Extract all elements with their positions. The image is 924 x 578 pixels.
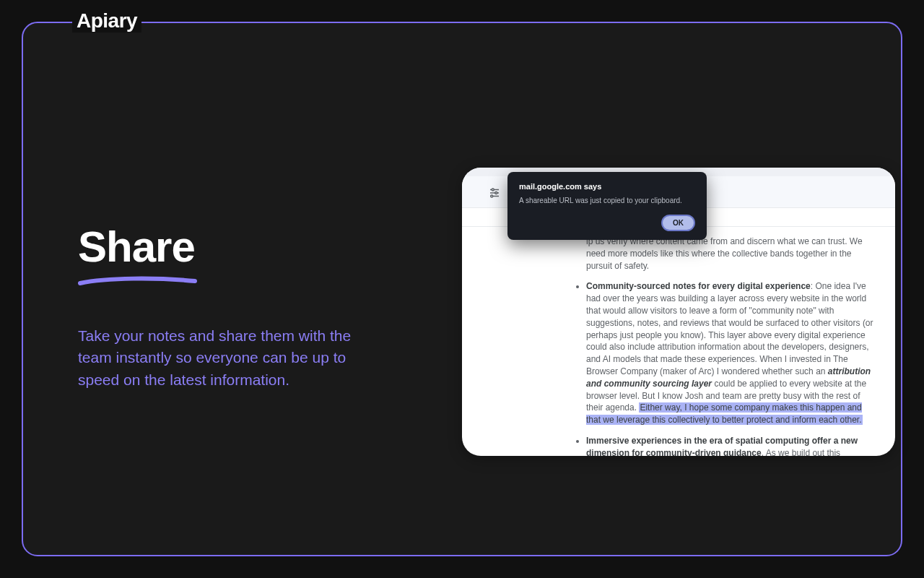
sliders-icon xyxy=(488,186,501,199)
ok-button[interactable]: OK xyxy=(661,215,695,231)
brand-logo: Apiary xyxy=(72,9,141,33)
email-body: lp us verify where content came from and… xyxy=(462,227,895,456)
email-list-item: Community-sourced notes for every digita… xyxy=(586,280,878,426)
gmail-screenshot: lp us verify where content came from and… xyxy=(462,168,895,456)
underline-decoration xyxy=(78,276,197,286)
svg-point-5 xyxy=(491,195,493,197)
promo-frame: Share Take your notes and share them wit… xyxy=(22,22,902,556)
alert-dialog: mail.google.com says A shareable URL was… xyxy=(507,172,707,240)
dialog-message: A shareable URL was just copied to your … xyxy=(519,197,695,204)
email-paragraph: lp us verify where content came from and… xyxy=(572,236,878,272)
svg-point-3 xyxy=(495,192,497,194)
dialog-title: mail.google.com says xyxy=(519,182,695,191)
svg-point-1 xyxy=(492,189,494,191)
section-description: Take your notes and share them with the … xyxy=(78,325,367,391)
section-heading: Share xyxy=(78,225,396,269)
email-list-item: Immersive experiences in the era of spat… xyxy=(586,435,878,456)
